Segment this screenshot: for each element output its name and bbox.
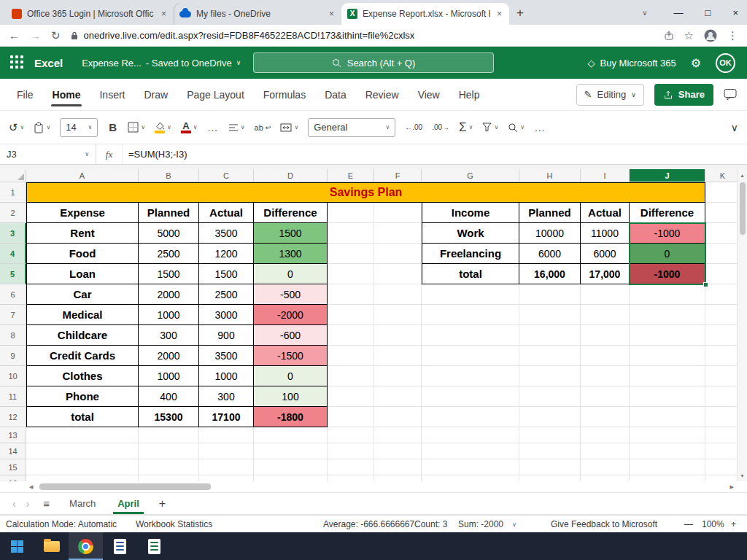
tab-search-chevron-icon[interactable]: ∨ — [642, 9, 647, 17]
cell-K1[interactable] — [705, 182, 740, 203]
word-button[interactable] — [103, 532, 137, 560]
cell-C9[interactable]: 3500 — [199, 346, 254, 366]
cell-G8[interactable] — [422, 325, 519, 346]
reload-button[interactable]: ↻ — [51, 29, 61, 42]
cell-A11[interactable]: Phone — [26, 386, 139, 407]
cell-G5[interactable]: total — [422, 264, 519, 284]
cell-F11[interactable] — [374, 386, 422, 407]
chrome-button[interactable] — [69, 532, 103, 560]
cell-A9[interactable]: Credit Cards — [26, 346, 139, 366]
cell-K3[interactable] — [705, 223, 740, 244]
row-header-3[interactable]: 3 — [0, 223, 26, 244]
menu-tab-home[interactable]: Home — [43, 79, 90, 110]
browser-profile-avatar[interactable] — [704, 29, 717, 42]
cell-K2[interactable] — [705, 203, 740, 223]
cell-I3[interactable]: 11000 — [581, 223, 630, 244]
cell-C8[interactable]: 900 — [199, 325, 254, 346]
cell-H3[interactable]: 10000 — [519, 223, 581, 244]
cell-G16[interactable] — [422, 475, 519, 481]
column-header-C[interactable]: C — [199, 169, 254, 182]
menu-tab-help[interactable]: Help — [449, 79, 489, 110]
row-header-4[interactable]: 4 — [0, 244, 26, 264]
column-header-H[interactable]: H — [519, 169, 581, 182]
cell-G4[interactable]: Freelancing — [422, 244, 519, 264]
column-header-D[interactable]: D — [254, 169, 328, 182]
cell-K4[interactable] — [705, 244, 740, 264]
row-header-16[interactable]: 16 — [0, 475, 26, 481]
cell-G12[interactable] — [422, 407, 519, 427]
cell-E8[interactable] — [328, 325, 374, 346]
row-header-9[interactable]: 9 — [0, 346, 26, 366]
column-header-J[interactable]: J — [630, 169, 705, 182]
cell-K13[interactable] — [705, 427, 740, 443]
cell-D11[interactable]: 100 — [254, 386, 328, 407]
scroll-left-icon[interactable]: ◀ — [29, 481, 33, 492]
scroll-up-icon[interactable]: ▲ — [740, 169, 745, 181]
cell-J13[interactable] — [630, 427, 705, 443]
row-header-5[interactable]: 5 — [0, 264, 26, 284]
sheet-list-icon[interactable]: ≡ — [34, 497, 58, 510]
cell-J6[interactable] — [630, 284, 705, 305]
cell-F9[interactable] — [374, 346, 422, 366]
column-header-E[interactable]: E — [328, 169, 374, 182]
cell-I2[interactable]: Actual — [581, 203, 630, 223]
cell-J3[interactable]: -1000 — [630, 223, 705, 244]
cell-I7[interactable] — [581, 305, 630, 325]
cell-F15[interactable] — [374, 459, 422, 475]
cell-A4[interactable]: Food — [26, 244, 139, 264]
editing-mode-button[interactable]: ✎ Editing ∨ — [576, 84, 644, 106]
cell-E11[interactable] — [328, 386, 374, 407]
cell-D14[interactable] — [254, 443, 328, 459]
cell-H2[interactable]: Planned — [519, 203, 581, 223]
status-aggregates-chevron-icon[interactable]: ∨ — [512, 521, 516, 527]
cell-B13[interactable] — [139, 427, 199, 443]
cell-J11[interactable] — [630, 386, 705, 407]
cell-C13[interactable] — [199, 427, 254, 443]
cell-A15[interactable] — [26, 459, 139, 475]
more-font-commands[interactable]: … — [207, 121, 219, 133]
cell-H9[interactable] — [519, 346, 581, 366]
cell-D2[interactable]: Difference — [254, 203, 328, 223]
column-header-G[interactable]: G — [422, 169, 519, 182]
cell-E12[interactable] — [328, 407, 374, 427]
cell-C4[interactable]: 1200 — [199, 244, 254, 264]
cell-F5[interactable] — [374, 264, 422, 284]
new-tab-button[interactable]: + — [516, 6, 524, 20]
forward-button[interactable]: → — [30, 29, 41, 42]
cell-H4[interactable]: 6000 — [519, 244, 581, 264]
cell-H16[interactable] — [519, 475, 581, 481]
cell-J8[interactable] — [630, 325, 705, 346]
increase-decimal-button[interactable]: .00→ — [432, 123, 449, 131]
cell-K9[interactable] — [705, 346, 740, 366]
cell-E2[interactable] — [328, 203, 374, 223]
zoom-level[interactable]: 100% — [702, 519, 724, 529]
cell-G11[interactable] — [422, 386, 519, 407]
cell-K15[interactable] — [705, 459, 740, 475]
cell-C3[interactable]: 3500 — [199, 223, 254, 244]
cell-I15[interactable] — [581, 459, 630, 475]
row-header-11[interactable]: 11 — [0, 386, 26, 407]
sort-filter-select[interactable]: ∨ — [482, 122, 498, 132]
bold-button[interactable]: B — [107, 121, 118, 133]
cell-J14[interactable] — [630, 443, 705, 459]
cell-F7[interactable] — [374, 305, 422, 325]
cell-B11[interactable]: 400 — [139, 386, 199, 407]
add-sheet-button[interactable]: + — [150, 497, 174, 510]
cell-A6[interactable]: Car — [26, 284, 139, 305]
cell-G3[interactable]: Work — [422, 223, 519, 244]
cell-E3[interactable] — [328, 223, 374, 244]
scroll-down-icon[interactable]: ▼ — [740, 470, 745, 481]
cell-A12[interactable]: total — [26, 407, 139, 427]
sheet-tab-march[interactable]: March — [58, 493, 107, 514]
cell-K10[interactable] — [705, 366, 740, 386]
menu-tab-view[interactable]: View — [409, 79, 449, 110]
cell-B5[interactable]: 1500 — [139, 264, 199, 284]
cell-K7[interactable] — [705, 305, 740, 325]
font-size-select[interactable]: 14∨ — [60, 118, 98, 137]
cell-A5[interactable]: Loan — [26, 264, 139, 284]
cell-D9[interactable]: -1500 — [254, 346, 328, 366]
cell-K16[interactable] — [705, 475, 740, 481]
cell-C6[interactable]: 2500 — [199, 284, 254, 305]
excel-button[interactable] — [137, 532, 171, 560]
more-ribbon-commands[interactable]: … — [534, 121, 546, 133]
